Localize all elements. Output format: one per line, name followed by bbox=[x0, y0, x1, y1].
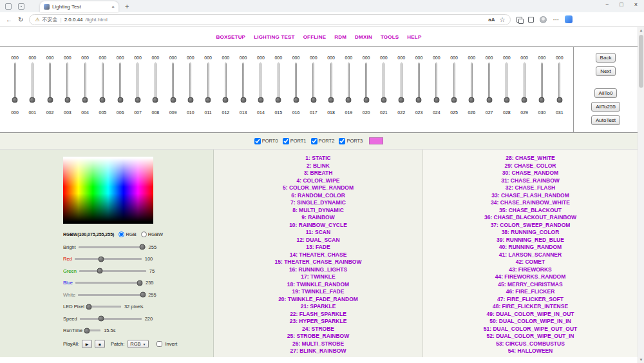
slider-track[interactable] bbox=[75, 282, 142, 284]
more-menu-icon[interactable]: ⋯ bbox=[553, 16, 559, 23]
slider-thumb[interactable] bbox=[99, 256, 104, 262]
fader-slider[interactable] bbox=[506, 63, 507, 101]
fader-thumb[interactable] bbox=[433, 97, 439, 103]
effect-link-4-color-wipe[interactable]: 4: COLOR_WIPE bbox=[296, 177, 339, 185]
slider-thumb[interactable] bbox=[99, 316, 104, 322]
fader-slider[interactable] bbox=[155, 63, 156, 101]
effect-link-11-scan[interactable]: 11: SCAN bbox=[306, 229, 330, 237]
effect-link-19-twinkle-fade[interactable]: 19: TWINKLE_FADE bbox=[292, 288, 345, 296]
fader-thumb[interactable] bbox=[117, 97, 123, 103]
fader-slider[interactable] bbox=[102, 63, 104, 101]
slider-thumb[interactable] bbox=[97, 268, 103, 274]
fader-thumb[interactable] bbox=[399, 97, 404, 103]
fader-slider[interactable] bbox=[189, 63, 191, 101]
effect-link-38-running-color[interactable]: 38: RUNNING_COLOR bbox=[502, 229, 560, 237]
fader-thumb[interactable] bbox=[346, 97, 352, 103]
fader-thumb[interactable] bbox=[100, 97, 106, 103]
back-icon[interactable]: ← bbox=[6, 16, 12, 23]
address-bar[interactable]: ⚠ 不安全 | 2.0.0.44 /light.html aA ☆ bbox=[29, 14, 511, 25]
effect-link-3-breath[interactable]: 3: BREATH bbox=[304, 170, 333, 177]
fader-slider[interactable] bbox=[137, 63, 138, 101]
fader-thumb[interactable] bbox=[293, 97, 299, 103]
slider-track[interactable] bbox=[79, 270, 146, 272]
effect-link-45-merry-christmas[interactable]: 45: MERRY_CHRISTMAS bbox=[498, 281, 562, 289]
fader-thumb[interactable] bbox=[310, 97, 316, 103]
effect-link-43-fireworks[interactable]: 43: FIREWORKS bbox=[509, 266, 552, 274]
effect-link-53-circus-combustus[interactable]: 53: CIRCUS_COMBUSTUS bbox=[496, 340, 565, 348]
allto255-button[interactable]: AllTo255 bbox=[591, 102, 620, 112]
effect-link-41-larson-scanner[interactable]: 41: LARSON_SCANNER bbox=[499, 251, 562, 259]
effect-link-28-chase-white[interactable]: 28: CHASE_WHITE bbox=[506, 155, 555, 162]
slider-track[interactable] bbox=[80, 318, 142, 320]
fader-thumb[interactable] bbox=[363, 97, 369, 103]
fader-slider[interactable] bbox=[84, 63, 86, 101]
fader-slider[interactable] bbox=[278, 63, 279, 101]
new-tab-button[interactable]: + bbox=[125, 3, 129, 10]
profile-avatar[interactable] bbox=[540, 16, 547, 23]
fader-slider[interactable] bbox=[471, 63, 473, 101]
fader-slider[interactable] bbox=[401, 63, 402, 101]
fader-thumb[interactable] bbox=[153, 97, 158, 103]
effect-link-17-twinkle[interactable]: 17: TWINKLE bbox=[301, 273, 335, 281]
minimize-button[interactable]: − bbox=[605, 1, 609, 8]
fader-slider[interactable] bbox=[207, 63, 209, 101]
patch-select[interactable]: RGB ▼ bbox=[128, 340, 148, 348]
effect-link-25-strobe-rainbow[interactable]: 25: STROBE_RAINBOW bbox=[287, 333, 349, 340]
effect-link-32-chase-flash[interactable]: 32: CHASE_FLASH bbox=[506, 184, 555, 192]
slider-thumb[interactable] bbox=[86, 304, 91, 309]
scroll-up-icon[interactable]: ▲ bbox=[638, 28, 644, 32]
port-checkbox[interactable] bbox=[311, 138, 317, 144]
fader-thumb[interactable] bbox=[205, 97, 211, 103]
split-screen-icon[interactable] bbox=[528, 17, 534, 23]
allto0-button[interactable]: AllTo0 bbox=[594, 88, 618, 98]
nav-link-rdm[interactable]: RDM bbox=[334, 34, 346, 40]
fader-thumb[interactable] bbox=[276, 97, 281, 103]
tab-actions-icon[interactable] bbox=[5, 3, 12, 10]
fader-slider[interactable] bbox=[418, 63, 420, 101]
fader-thumb[interactable] bbox=[82, 97, 88, 103]
fader-thumb[interactable] bbox=[328, 97, 334, 103]
port-checkbox[interactable] bbox=[339, 138, 345, 144]
fader-slider[interactable] bbox=[49, 63, 51, 101]
effect-link-8-multi-dynamic[interactable]: 8: MULTI_DYNAMIC bbox=[292, 207, 344, 215]
effect-link-35-chase-blackout[interactable]: 35: CHASE_BLACKOUT bbox=[499, 207, 562, 215]
effect-link-54-halloween[interactable]: 54: HALLOWEEN bbox=[508, 348, 553, 355]
effect-link-12-dual-scan[interactable]: 12: DUAL_SCAN bbox=[296, 237, 339, 244]
fader-slider[interactable] bbox=[348, 63, 350, 101]
fader-slider[interactable] bbox=[172, 63, 174, 101]
invert-checkbox[interactable] bbox=[156, 341, 162, 347]
color-picker[interactable] bbox=[63, 157, 153, 224]
effect-link-42-comet[interactable]: 42: COMET bbox=[516, 259, 545, 266]
effect-link-31-chase-rainbow[interactable]: 31: CHASE_RAINBOW bbox=[501, 177, 560, 185]
workspaces-icon[interactable] bbox=[18, 3, 24, 10]
maximize-button[interactable]: □ bbox=[620, 1, 623, 8]
fader-slider[interactable] bbox=[330, 63, 332, 101]
effect-link-51-dual-color-wipe-out-out[interactable]: 51: DUAL_COLOR_WIPE_OUT_OUT bbox=[484, 326, 577, 333]
fader-thumb[interactable] bbox=[240, 97, 246, 103]
fader-slider[interactable] bbox=[14, 63, 16, 101]
slider-track[interactable] bbox=[79, 246, 146, 248]
port-toggle-port0[interactable]: PORT0 bbox=[254, 138, 278, 144]
effect-link-16-running-lights[interactable]: 16: RUNNING_LIGHTS bbox=[289, 266, 347, 274]
slider-thumb[interactable] bbox=[140, 244, 146, 250]
slider-track[interactable] bbox=[78, 294, 145, 296]
tab-close-icon[interactable]: × bbox=[111, 4, 115, 10]
fader-thumb[interactable] bbox=[135, 97, 140, 103]
slider-thumb[interactable] bbox=[140, 292, 146, 298]
fader-slider[interactable] bbox=[66, 63, 68, 101]
effect-link-50-dual-color-wipe-in-in[interactable]: 50: DUAL_COLOR_WIPE_IN_IN bbox=[489, 318, 571, 326]
fader-slider[interactable] bbox=[260, 63, 261, 101]
effect-link-36-chase-blackout-rainbow[interactable]: 36: CHASE_BLACKOUT_RAINBOW bbox=[484, 214, 576, 222]
nav-link-lighting-test[interactable]: LIGHTING TEST bbox=[254, 34, 295, 40]
port-toggle-port1[interactable]: PORT1 bbox=[283, 138, 307, 144]
fader-thumb[interactable] bbox=[12, 97, 18, 103]
back-button[interactable]: Back bbox=[596, 53, 616, 63]
fader-slider[interactable] bbox=[383, 63, 384, 101]
slider-track[interactable] bbox=[85, 329, 100, 331]
fader-thumb[interactable] bbox=[30, 97, 35, 103]
effect-link-27-blink-rainbow[interactable]: 27: BLINK_RAINBOW bbox=[290, 348, 346, 355]
fader-thumb[interactable] bbox=[539, 97, 545, 103]
fader-thumb[interactable] bbox=[170, 97, 176, 103]
fader-thumb[interactable] bbox=[416, 97, 422, 103]
fader-thumb[interactable] bbox=[469, 97, 475, 103]
